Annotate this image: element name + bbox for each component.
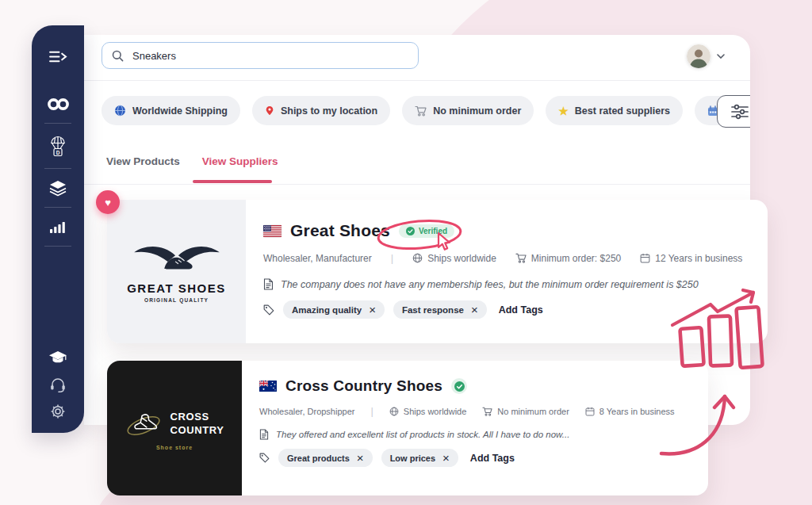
calendar-icon xyxy=(585,407,595,416)
supplier-card-great-shoes[interactable]: ♥ GREAT SHOES ORIGINAL QUALITY Great Sho… xyxy=(107,200,768,343)
sidebar-item-catalog[interactable] xyxy=(32,174,84,201)
shipping-label: Ships worldwide xyxy=(427,253,496,264)
view-tabs: View Products View Suppliers xyxy=(106,155,278,167)
tab-view-products[interactable]: View Products xyxy=(106,155,180,167)
tag-fast-response: Fast response × xyxy=(393,300,487,319)
location-pin-icon xyxy=(265,105,274,117)
calendar-icon xyxy=(640,253,650,263)
app-window: D xyxy=(0,0,812,505)
business-type: Wholesaler, Dropshipper xyxy=(259,407,354,416)
years-in-business-info: 8 Years in business xyxy=(585,407,675,416)
search-icon xyxy=(112,50,124,62)
minimum-order-info: No minimum order xyxy=(482,407,569,416)
sidebar-item-settings[interactable] xyxy=(32,398,84,425)
minimum-order-label: No minimum order xyxy=(497,407,569,416)
filter-chip-label: Worldwide Shipping xyxy=(132,105,228,117)
verified-badge xyxy=(451,378,467,394)
us-flag-icon xyxy=(263,225,282,237)
graduation-cap-icon xyxy=(48,350,67,365)
chevron-down-icon xyxy=(717,54,725,59)
logo-subtitle: ORIGINAL QUALITY xyxy=(144,297,209,303)
note-icon xyxy=(263,278,274,290)
tag-great-products: Great products × xyxy=(278,449,373,467)
filter-chip-label: No minimum order xyxy=(433,105,521,117)
note-icon xyxy=(259,429,269,440)
cart-icon xyxy=(415,105,427,117)
star-icon: ★ xyxy=(558,105,569,117)
add-tags-button[interactable]: Add Tags xyxy=(499,304,543,316)
remove-tag-icon[interactable]: × xyxy=(442,452,450,464)
top-header xyxy=(84,35,750,81)
sneaker-ring-logo-icon xyxy=(125,407,163,442)
filter-chip-no-minimum-order[interactable]: No minimum order xyxy=(402,96,534,125)
sidebar-divider xyxy=(44,207,71,208)
sidebar-item-analytics[interactable] xyxy=(32,213,84,240)
supplier-review: They offered and excellent list of produ… xyxy=(276,430,569,439)
globe-icon xyxy=(389,407,399,416)
filter-chip-worldwide-shipping[interactable]: Worldwide Shipping xyxy=(102,96,240,125)
search-input[interactable] xyxy=(131,49,396,63)
business-type: Wholesaler, Manufacturer xyxy=(263,253,372,264)
gear-icon xyxy=(50,404,66,419)
filter-chip-best-rated-suppliers[interactable]: ★ Best rated suppliers xyxy=(546,96,683,125)
sidebar-item-dropshipping[interactable]: D xyxy=(32,129,84,163)
supplier-name: Cross Country Shoes xyxy=(285,377,442,395)
remove-tag-icon[interactable]: × xyxy=(369,304,376,316)
logo-subtitle: Shoe store xyxy=(156,445,193,450)
globe-icon xyxy=(114,105,126,117)
years-in-business-info: 12 Years in business xyxy=(640,253,742,264)
filters-button[interactable] xyxy=(717,95,750,128)
tab-view-suppliers[interactable]: View Suppliers xyxy=(202,155,278,167)
minimum-order-info: Minimum order: $250 xyxy=(515,253,621,264)
winged-shoe-logo-icon xyxy=(131,240,223,278)
tag-label: Great products xyxy=(287,453,350,463)
filter-chip-ships-to-my-location[interactable]: Ships to my location xyxy=(252,96,390,125)
tag-low-prices: Low prices × xyxy=(381,449,458,467)
heart-icon: ♥ xyxy=(105,197,111,209)
supplier-name: Great Shoes xyxy=(290,221,390,240)
sidebar-divider xyxy=(44,168,71,169)
add-tags-button[interactable]: Add Tags xyxy=(470,453,515,464)
verified-check-icon xyxy=(454,381,465,392)
infinity-logo-icon xyxy=(46,98,71,111)
years-label: 8 Years in business xyxy=(599,407,675,416)
shipping-label: Ships worldwide xyxy=(404,407,466,416)
verified-label: Verified xyxy=(419,227,447,235)
layers-icon xyxy=(48,179,67,197)
tag-label: Low prices xyxy=(390,453,435,463)
tag-label: Amazing quality xyxy=(292,305,362,315)
sidebar-divider xyxy=(44,123,71,124)
sidebar-item-academy[interactable] xyxy=(32,344,84,371)
filter-chip-label: Ships to my location xyxy=(281,105,377,117)
remove-tag-icon[interactable]: × xyxy=(471,304,478,316)
shipping-info: Ships worldwide xyxy=(389,407,466,416)
supplier-card-cross-country-shoes[interactable]: CROSS COUNTRY Shoe store Cross Country S… xyxy=(107,361,708,495)
supplier-review: The company does not have any membership… xyxy=(281,279,699,290)
years-label: 12 Years in business xyxy=(655,253,742,264)
favorite-button[interactable]: ♥ xyxy=(96,190,120,214)
sidebar-item-support[interactable] xyxy=(32,371,84,398)
sidebar-divider xyxy=(44,246,71,247)
sidebar-item-home[interactable] xyxy=(32,90,84,117)
supplier-logo-cross-country: CROSS COUNTRY Shoe store xyxy=(107,361,242,495)
minimum-order-label: Minimum order: $250 xyxy=(531,253,621,264)
sliders-icon xyxy=(730,104,749,120)
logo-title-line2: COUNTRY xyxy=(170,424,224,437)
user-avatar xyxy=(687,44,710,68)
cart-icon xyxy=(482,407,492,416)
logo-title: GREAT SHOES xyxy=(127,281,226,295)
signal-bars-icon xyxy=(50,220,66,233)
cart-icon xyxy=(515,253,527,263)
verified-badge: Verified xyxy=(399,224,454,238)
sidebar-menu-toggle[interactable] xyxy=(32,43,84,70)
headset-icon xyxy=(49,377,67,392)
au-flag-icon xyxy=(259,381,277,392)
tag-amazing-quality: Amazing quality × xyxy=(283,300,385,319)
globe-icon xyxy=(412,253,423,263)
remove-tag-icon[interactable]: × xyxy=(357,452,364,464)
user-menu[interactable] xyxy=(687,44,725,68)
tag-icon xyxy=(263,304,274,316)
filter-chips-row: Worldwide Shipping Ships to my location … xyxy=(102,96,750,125)
logo-title-line1: CROSS xyxy=(170,411,224,423)
meta-divider: | xyxy=(370,405,373,417)
